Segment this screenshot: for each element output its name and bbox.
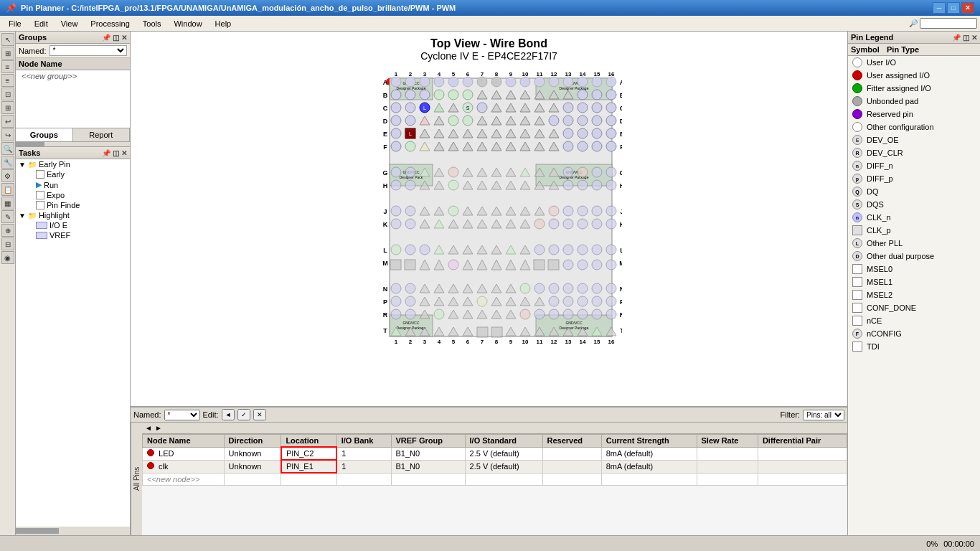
legend-close-icon[interactable]: ✕ bbox=[971, 34, 977, 42]
tasks-folder-early-pin[interactable]: ▼ 📁 Early Pin bbox=[16, 159, 130, 169]
toolbar-btn-10[interactable]: 🔧 bbox=[1, 156, 14, 169]
legend-symbol-diff-n: n bbox=[852, 161, 862, 171]
maximize-button[interactable]: □ bbox=[947, 2, 960, 14]
cell-diff-clk bbox=[758, 460, 847, 473]
tasks-item-early[interactable]: Early bbox=[16, 169, 130, 179]
toolbar-btn-13[interactable]: ▦ bbox=[1, 197, 14, 209]
toolbar-btn-15[interactable]: ⊕ bbox=[1, 224, 14, 237]
checkbox-pin-finde[interactable] bbox=[36, 201, 44, 209]
svg-text:D: D bbox=[619, 118, 621, 125]
legend-label-clk-p: CLK_p bbox=[867, 226, 891, 235]
legend-type-col: Pin Type bbox=[887, 45, 919, 54]
toolbar-btn-5[interactable]: ⊡ bbox=[1, 88, 14, 100]
groups-header-icons: 📌 ◫ ✕ bbox=[102, 34, 127, 42]
svg-point-229 bbox=[549, 206, 559, 216]
edit-button-nav-prev[interactable]: ◄ bbox=[222, 409, 235, 420]
nav-icon-1[interactable]: ◄ bbox=[145, 424, 152, 432]
menu-tools[interactable]: Tools bbox=[137, 18, 167, 29]
cell-reserved-led bbox=[542, 447, 601, 460]
nav-icon-2[interactable]: ► bbox=[155, 424, 162, 432]
toolbar-btn-2[interactable]: ⊞ bbox=[1, 47, 14, 60]
tasks-folder-highlight[interactable]: ▼ 📁 Highlight bbox=[16, 210, 130, 220]
svg-point-217 bbox=[606, 180, 616, 190]
legend-float-icon[interactable]: ◫ bbox=[963, 34, 969, 42]
tasks-item-io-e[interactable]: I/O E bbox=[16, 220, 130, 230]
status-time: 00:00:00 bbox=[943, 540, 974, 548]
svg-point-292 bbox=[534, 283, 545, 293]
groups-named-select[interactable]: * bbox=[50, 45, 127, 56]
groups-pin-icon[interactable]: 📌 bbox=[102, 34, 110, 42]
toolbar-btn-9[interactable]: 🔍 bbox=[1, 142, 14, 155]
folder-icon-early-pin: 📁 bbox=[28, 161, 37, 169]
bottom-named-select[interactable]: * bbox=[164, 410, 200, 420]
groups-scrollbar[interactable] bbox=[16, 142, 130, 146]
groups-named-row: Named: * bbox=[16, 44, 130, 58]
toolbar-btn-12[interactable]: 📋 bbox=[1, 183, 14, 196]
cell-loc-led[interactable]: PIN_C2 bbox=[281, 447, 336, 460]
svg-text:11: 11 bbox=[536, 71, 542, 77]
tasks-pin-icon[interactable]: 📌 bbox=[102, 149, 110, 157]
toolbar-btn-16[interactable]: ⊟ bbox=[1, 237, 14, 250]
tab-groups[interactable]: Groups bbox=[16, 128, 73, 141]
checkbox-early[interactable] bbox=[36, 170, 44, 179]
toolbar-btn-3[interactable]: ≡ bbox=[1, 60, 14, 73]
svg-text:C: C bbox=[619, 105, 621, 112]
menu-view[interactable]: View bbox=[55, 18, 84, 29]
tasks-hscrollbar[interactable] bbox=[16, 528, 130, 534]
toolbar-btn-17[interactable]: ◉ bbox=[1, 251, 14, 264]
table-row[interactable]: LED Unknown PIN_C2 1 B1_N0 2.5 V (defaul… bbox=[143, 447, 847, 460]
groups-close-icon[interactable]: ✕ bbox=[121, 34, 127, 42]
tasks-close-icon[interactable]: ✕ bbox=[121, 149, 127, 157]
svg-point-244 bbox=[534, 219, 545, 229]
menu-search-input[interactable] bbox=[920, 18, 977, 29]
col-header-slew-rate: Slew Rate bbox=[697, 435, 758, 448]
tasks-pin-finde-label: Pin Finde bbox=[47, 201, 80, 209]
edit-button-confirm[interactable]: ✓ bbox=[237, 409, 250, 420]
tasks-item-pin-finde[interactable]: Pin Finde bbox=[16, 200, 130, 210]
svg-text:14: 14 bbox=[579, 339, 585, 345]
legend-pin-icon[interactable]: 📌 bbox=[952, 34, 961, 42]
toolbar-btn-4[interactable]: ≡ bbox=[1, 74, 14, 87]
minimize-button[interactable]: ─ bbox=[933, 2, 946, 14]
toolbar-btn-6[interactable]: ⊞ bbox=[1, 101, 14, 114]
svg-text:8: 8 bbox=[494, 71, 498, 77]
toolbar-btn-1[interactable]: ↖ bbox=[1, 33, 14, 46]
legend-symbol-other-pll: L bbox=[852, 238, 862, 248]
filter-select[interactable]: Pins: all bbox=[803, 410, 844, 420]
svg-text:P: P bbox=[382, 298, 387, 306]
svg-point-309 bbox=[549, 296, 559, 306]
tab-report[interactable]: Report bbox=[73, 128, 131, 141]
menu-processing[interactable]: Processing bbox=[85, 18, 135, 29]
groups-content: <<new group>> bbox=[16, 70, 130, 128]
toolbar-btn-11[interactable]: ⚙ bbox=[1, 169, 14, 182]
toolbar-btn-8[interactable]: ↪ bbox=[1, 128, 14, 141]
right-panel: Pin Legend 📌 ◫ ✕ Symbol Pin Type User I/… bbox=[847, 32, 980, 535]
menu-file[interactable]: File bbox=[3, 18, 27, 29]
svg-text:9: 9 bbox=[509, 71, 512, 77]
cell-loc-clk[interactable]: PIN_E1 bbox=[281, 460, 336, 473]
table-row[interactable]: clk Unknown PIN_E1 1 B1_N0 2.5 V (defaul… bbox=[143, 460, 847, 473]
groups-new-group[interactable]: <<new group>> bbox=[16, 70, 130, 82]
tasks-item-expo[interactable]: Expo bbox=[16, 190, 130, 200]
legend-label-msel1: MSEL1 bbox=[867, 278, 892, 286]
menu-window[interactable]: Window bbox=[168, 18, 207, 29]
table-row-new-node[interactable]: <<new node>> bbox=[143, 473, 847, 485]
edit-button-cancel[interactable]: ✕ bbox=[253, 409, 266, 420]
tasks-item-run[interactable]: ▶ Run bbox=[16, 179, 130, 190]
close-button[interactable]: ✕ bbox=[961, 2, 974, 14]
legend-item-dev-clr: R DEV_CLR bbox=[848, 146, 980, 159]
legend-label-other-pll: Other PLL bbox=[867, 239, 903, 248]
menu-help[interactable]: Help bbox=[209, 18, 237, 29]
legend-item-other-dual: D Other dual purpose bbox=[848, 250, 980, 263]
checkbox-expo[interactable] bbox=[36, 191, 44, 199]
cell-dir-led: Unknown bbox=[224, 447, 281, 460]
svg-text:L: L bbox=[620, 247, 622, 254]
toolbar-btn-7[interactable]: ↩ bbox=[1, 115, 14, 128]
toolbar-btn-14[interactable]: ✎ bbox=[1, 210, 14, 223]
tasks-item-vref[interactable]: VREF bbox=[16, 230, 130, 240]
tasks-float-icon[interactable]: ◫ bbox=[113, 149, 119, 157]
svg-text:E: E bbox=[619, 131, 621, 138]
svg-point-270 bbox=[448, 260, 458, 270]
groups-float-icon[interactable]: ◫ bbox=[113, 34, 119, 42]
menu-edit[interactable]: Edit bbox=[29, 18, 54, 29]
